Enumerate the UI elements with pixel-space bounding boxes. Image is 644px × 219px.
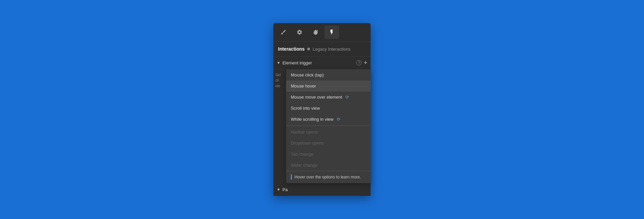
trigger-chevron-icon: ▼	[277, 61, 280, 65]
menu-divider	[286, 125, 371, 126]
trigger-add-button[interactable]: +	[364, 60, 367, 66]
menu-item-while-scrolling-label: While scrolling in view	[291, 117, 333, 122]
menu-item-mouse-move[interactable]: Mouse move over element ⟳	[286, 92, 371, 103]
while-scrolling-refresh-icon: ⟳	[337, 117, 340, 122]
menu-item-navbar-opens-label: Navbar opens	[291, 129, 318, 134]
page-trigger-label: Pa	[282, 187, 367, 192]
interactions-panel: Interactions Legacy Interactions ▼ Eleme…	[273, 23, 371, 196]
menu-item-mouse-move-label: Mouse move over element	[291, 95, 342, 100]
menu-item-tab-change-label: Tab change	[291, 152, 313, 157]
tooltip-area: Hover over the options to learn more.	[286, 171, 371, 183]
menu-item-while-scrolling[interactable]: While scrolling in view ⟳	[286, 114, 371, 125]
tooltip-accent-bar	[291, 174, 292, 180]
drops-icon	[313, 29, 319, 35]
interactions-tab-button[interactable]	[324, 25, 339, 39]
left-partial-text: Selcliele	[275, 72, 284, 89]
lightning-icon	[329, 29, 335, 35]
mouse-move-refresh-icon: ⟳	[345, 95, 349, 100]
tab-separator-dot	[307, 48, 310, 50]
trigger-dropdown-menu: Mouse click (tap) Mouse hover Mouse move…	[286, 69, 371, 183]
menu-item-mouse-click-label: Mouse click (tap)	[291, 72, 324, 77]
settings-tab-button[interactable]	[292, 25, 307, 39]
menu-item-tab-change: Tab change	[286, 149, 371, 160]
gear-icon	[297, 29, 303, 35]
element-trigger-row: ▼ Element trigger ? +	[273, 57, 371, 69]
toolbar	[273, 23, 371, 42]
legacy-interactions-tab[interactable]: Legacy Interactions	[313, 47, 351, 52]
menu-item-slider-change-label: Slider change	[291, 163, 318, 168]
menu-item-dropdown-opens: Dropdown opens	[286, 138, 371, 149]
menu-item-mouse-click[interactable]: Mouse click (tap)	[286, 69, 371, 80]
menu-item-scroll-into-view-label: Scroll into view	[291, 106, 320, 111]
dropdown-container: Selcliele Mouse click (tap) Mouse hover …	[273, 69, 371, 183]
menu-item-dropdown-opens-label: Dropdown opens	[291, 141, 324, 146]
trigger-help-icon[interactable]: ?	[356, 60, 362, 65]
tabs-row: Interactions Legacy Interactions	[273, 42, 371, 57]
element-trigger-label: Element trigger	[282, 60, 355, 65]
appearance-tab-button[interactable]	[308, 25, 323, 39]
menu-item-mouse-hover-label: Mouse hover	[291, 84, 316, 89]
page-trigger-chevron-icon: ▼	[277, 187, 280, 191]
tooltip-text: Hover over the options to learn more.	[294, 174, 361, 180]
menu-item-mouse-hover[interactable]: Mouse hover	[286, 80, 371, 92]
style-tab-button[interactable]	[276, 25, 291, 39]
interactions-tab[interactable]: Interactions	[278, 46, 305, 52]
page-trigger-row: ▼ Pa	[273, 183, 371, 196]
paint-icon	[280, 29, 286, 35]
menu-item-scroll-into-view[interactable]: Scroll into view	[286, 103, 371, 114]
menu-item-navbar-opens: Navbar opens	[286, 126, 371, 138]
left-partial-panel: Selcliele	[273, 69, 286, 183]
menu-item-slider-change: Slider change	[286, 160, 371, 171]
